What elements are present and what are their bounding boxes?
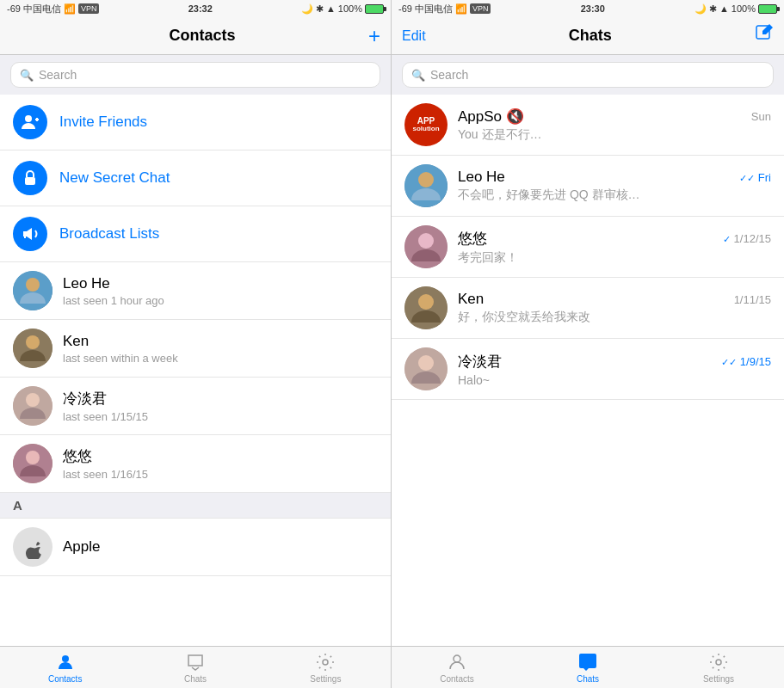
right-settings-tab-icon <box>708 652 729 673</box>
chat-leohe[interactable]: Leo He ✓✓ Fri 不会吧，好像要先进 QQ 群审核… <box>392 156 784 217</box>
svg-rect-3 <box>25 177 35 185</box>
chat-leng-bottom: Halo~ <box>458 373 771 387</box>
right-nav-bar: Edit Chats <box>392 17 784 55</box>
left-time: 23:32 <box>188 3 213 14</box>
broadcast-lists-item[interactable]: Broadcast Lists <box>0 206 391 262</box>
right-search-input[interactable]: 🔍 Search <box>402 62 774 88</box>
right-compose-button[interactable] <box>755 24 774 47</box>
contact-apple-name: Apple <box>63 538 378 556</box>
left-search-input[interactable]: 🔍 Search <box>10 62 380 88</box>
contact-apple-avatar <box>13 527 52 567</box>
contact-yoyo[interactable]: 悠悠 last seen 1/16/15 <box>0 435 391 493</box>
contact-leo[interactable]: Leo He last seen 1 hour ago <box>0 262 391 320</box>
new-secret-chat-item[interactable]: New Secret Chat <box>0 150 391 206</box>
ken-avatar-img <box>13 329 52 368</box>
right-battery-icon <box>758 4 777 14</box>
svg-point-25 <box>716 660 721 665</box>
chat-leng-top: 冷淡君 ✓✓ 1/9/15 <box>458 352 771 372</box>
chat-ken-preview: 好，你没空就丢给我来改 <box>458 310 590 325</box>
right-panel: -69 中国电信 📶 VPN 23:30 🌙 ✱ ▲ 100% Edit Cha… <box>392 0 784 688</box>
chat-yoyo-info: 悠悠 ✓ 1/12/15 考完回家！ <box>458 229 771 266</box>
chat-leng-avatar <box>404 347 448 390</box>
contact-yoyo-avatar <box>13 444 52 483</box>
svg-point-10 <box>26 393 40 407</box>
right-nav-title: Chats <box>569 27 612 45</box>
chats-tab-icon-left <box>185 652 206 673</box>
svg-point-21 <box>418 294 434 310</box>
left-status-right: 🌙 ✱ ▲ 100% <box>301 3 384 15</box>
right-vpn-badge: VPN <box>470 3 491 14</box>
contact-leo-name: Leo He <box>63 275 378 292</box>
right-contacts-tab-icon <box>447 652 467 673</box>
left-moon-icon: 🌙 <box>301 3 313 15</box>
ken-chat-avatar-img <box>404 286 448 329</box>
contact-ken-name: Ken <box>63 333 378 350</box>
right-bt-icon: ✱ <box>709 3 717 15</box>
left-signal: -69 中国电信 <box>7 3 61 15</box>
chat-yoyo[interactable]: 悠悠 ✓ 1/12/15 考完回家！ <box>392 217 784 278</box>
left-status-left: -69 中国电信 📶 VPN <box>7 3 99 15</box>
contacts-tab-icon <box>55 652 76 673</box>
right-tab-chats[interactable]: Chats <box>522 652 653 684</box>
invite-friends-label: Invite Friends <box>59 114 147 131</box>
left-status-bar: -69 中国电信 📶 VPN 23:32 🌙 ✱ ▲ 100% <box>0 0 391 17</box>
right-status-bar: -69 中国电信 📶 VPN 23:30 🌙 ✱ ▲ 100% <box>392 0 784 17</box>
chat-yoyo-name: 悠悠 <box>458 229 487 249</box>
left-loc-icon: ▲ <box>326 3 336 14</box>
right-tab-settings[interactable]: Settings <box>653 652 784 684</box>
broadcast-icon-wrap <box>13 217 47 251</box>
chat-appso-time: Sun <box>751 110 771 123</box>
chat-appso[interactable]: APP solution AppSo 🔇 Sun You 还是不行… <box>392 95 784 156</box>
right-tab-contacts[interactable]: Contacts <box>392 652 522 684</box>
chat-ken-avatar <box>404 286 448 329</box>
right-edit-button[interactable]: Edit <box>402 28 426 44</box>
right-signal: -69 中国电信 <box>398 3 453 15</box>
left-tab-chats-label: Chats <box>184 674 207 684</box>
chat-appso-avatar: APP solution <box>404 103 448 146</box>
leng-chat-avatar-img <box>404 347 448 390</box>
section-a-header: A <box>0 493 391 519</box>
right-time: 23:30 <box>581 3 605 14</box>
contact-leng[interactable]: 冷淡君 last seen 1/15/15 <box>0 378 391 435</box>
contact-yoyo-sub: last seen 1/16/15 <box>63 468 378 481</box>
chat-ken-name: Ken <box>458 291 484 308</box>
chat-yoyo-bottom: 考完回家！ <box>458 250 771 266</box>
lock-icon <box>21 169 40 187</box>
new-secret-chat-label: New Secret Chat <box>59 169 170 187</box>
chat-leohe-bottom: 不会吧，好像要先进 QQ 群审核… <box>458 187 771 203</box>
left-tab-settings[interactable]: Settings <box>261 652 391 684</box>
invite-friends-item[interactable]: Invite Friends <box>0 95 391 150</box>
right-search-icon: 🔍 <box>411 69 425 82</box>
left-tab-chats[interactable]: Chats <box>130 652 260 684</box>
leng-avatar-img <box>13 386 52 426</box>
left-search-bar: 🔍 Search <box>0 55 391 95</box>
contact-ken[interactable]: Ken last seen within a week <box>0 320 391 378</box>
chat-leng[interactable]: 冷淡君 ✓✓ 1/9/15 Halo~ <box>392 339 784 400</box>
contact-ken-avatar <box>13 329 52 368</box>
svg-point-24 <box>454 655 460 662</box>
chat-leohe-top: Leo He ✓✓ Fri <box>458 169 771 186</box>
left-add-button[interactable]: + <box>368 24 380 48</box>
contact-apple[interactable]: Apple <box>0 519 391 576</box>
chat-ken-bottom: 好，你没空就丢给我来改 <box>458 310 771 325</box>
left-battery: 100% <box>338 3 362 14</box>
invite-icon-wrap <box>13 105 47 139</box>
leohe-avatar-img <box>404 164 448 207</box>
left-vpn-badge: VPN <box>78 3 100 14</box>
left-nav-title: Contacts <box>169 27 235 45</box>
contact-ken-info: Ken last seen within a week <box>63 333 378 365</box>
chat-appso-bottom: You 还是不行… <box>458 127 771 143</box>
chat-leohe-info: Leo He ✓✓ Fri 不会吧，好像要先进 QQ 群审核… <box>458 169 771 203</box>
compose-icon <box>755 24 774 43</box>
contact-leng-avatar <box>13 386 52 426</box>
chat-ken[interactable]: Ken 1/11/15 好，你没空就丢给我来改 <box>392 278 784 339</box>
left-wifi-icon: 📶 <box>64 3 76 15</box>
settings-tab-icon-left <box>315 652 336 673</box>
left-tab-contacts[interactable]: Contacts <box>0 652 130 684</box>
right-status-left: -69 中国电信 📶 VPN <box>398 3 491 15</box>
right-search-placeholder: Search <box>430 68 468 82</box>
svg-point-23 <box>418 355 434 371</box>
chat-leng-preview: Halo~ <box>458 373 490 387</box>
broadcast-lists-label: Broadcast Lists <box>59 225 159 243</box>
right-tab-chats-label: Chats <box>577 674 599 684</box>
